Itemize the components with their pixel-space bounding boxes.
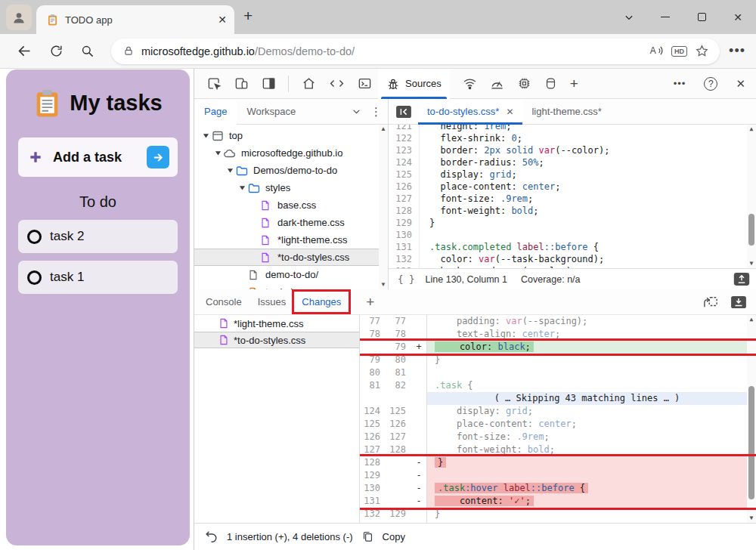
hide-navigator-icon[interactable] — [395, 105, 412, 119]
network-panel-icon[interactable] — [463, 76, 477, 91]
tree-item-light-theme.css[interactable]: *light-theme.css — [194, 231, 388, 249]
new-tab-button[interactable]: + — [243, 7, 253, 25]
diff-sign — [411, 431, 426, 443]
tree-item-to-do.js[interactable]: to-do.js — [194, 283, 388, 289]
tree-item-styles[interactable]: styles — [194, 179, 388, 196]
address-bar[interactable]: microsoftedge.github.io/Demos/demo-to-do… — [111, 39, 720, 64]
tree-item-demo-to-do[interactable]: demo-to-do/ — [194, 266, 388, 283]
old-line-number: 125 — [360, 418, 386, 431]
code-editor[interactable]: 121 height: 1rem;122 flex-shrink: 0;123 … — [389, 125, 756, 268]
console-panel-icon[interactable] — [358, 76, 372, 91]
diff-sign: - — [411, 456, 426, 469]
read-aloud-icon[interactable]: A — [649, 44, 664, 58]
expander-triangle-icon[interactable] — [237, 184, 248, 191]
tab-console[interactable]: Console — [206, 296, 242, 307]
favorites-star-icon[interactable] — [695, 44, 709, 58]
task-checkbox[interactable] — [27, 270, 42, 285]
inspect-element-icon[interactable] — [207, 76, 222, 91]
add-task-input[interactable]: Add a task — [18, 138, 178, 177]
device-emulation-icon[interactable] — [234, 76, 249, 91]
elements-panel-icon[interactable] — [329, 76, 345, 91]
tree-item-dark-theme.css[interactable]: dark-theme.css — [194, 214, 388, 231]
tree-item-base.css[interactable]: base.css — [194, 196, 388, 214]
diff-line-content: font-weight: bold; — [426, 443, 747, 456]
submit-task-button[interactable] — [147, 146, 169, 168]
tree-item-to-do-styles.css[interactable]: *to-do-styles.css — [194, 249, 388, 266]
copy-icon[interactable] — [361, 530, 374, 543]
navigator-menu-icon[interactable]: ⋮ — [370, 105, 382, 119]
window-controls: ✕ — [611, 0, 756, 34]
tree-item-Demosdemo-to-do[interactable]: Demos/demo-to-do — [194, 162, 388, 179]
welcome-home-icon[interactable] — [302, 76, 316, 91]
tree-item-microsoftedge.github.io[interactable]: microsoftedge.github.io — [194, 144, 388, 162]
expander-triangle-icon[interactable] — [200, 132, 212, 139]
refresh-button[interactable] — [49, 44, 64, 58]
code-line: 122 flex-shrink: 0; — [389, 132, 756, 144]
help-icon[interactable]: ? — [704, 77, 717, 91]
changed-file-light-theme.css[interactable]: *light-theme.css — [194, 315, 359, 332]
editor-tab-light-theme[interactable]: light-theme.css* — [522, 99, 610, 125]
tree-scrollbar[interactable]: ▲▼ — [379, 125, 388, 289]
copy-button[interactable]: Copy — [383, 531, 405, 542]
tab-close-icon[interactable]: ✕ — [218, 14, 227, 26]
line-number: 132 — [389, 253, 419, 265]
expander-triangle-icon[interactable] — [225, 167, 236, 174]
close-window-button[interactable]: ✕ — [720, 0, 756, 34]
new-line-number: 81 — [386, 366, 411, 379]
tab-page[interactable]: Page — [194, 99, 237, 125]
browser-menu-icon[interactable]: ••• — [729, 43, 745, 59]
tab-workspace[interactable]: Workspace — [237, 99, 305, 125]
application-panel-icon[interactable] — [544, 76, 557, 91]
editor-tab-to-do-styles[interactable]: to-do-styles.css* ✕ — [418, 99, 522, 125]
add-drawer-tab-icon[interactable]: + — [366, 294, 374, 311]
diff-line-content: text-align: center; — [426, 328, 747, 341]
editor-scrollbar[interactable]: ▲▼ — [747, 125, 756, 268]
search-icon[interactable] — [80, 44, 94, 58]
tree-item-top[interactable]: top — [194, 127, 388, 144]
task-checkbox[interactable] — [27, 230, 42, 244]
revert-all-icon[interactable] — [204, 530, 218, 544]
task-item[interactable]: task 1 — [18, 261, 178, 294]
line-number: 125 — [389, 168, 419, 181]
pretty-print-icon[interactable]: { } — [398, 273, 415, 285]
devtools-close-icon[interactable]: ✕ — [736, 77, 745, 91]
tab-changes[interactable]: Changes — [302, 296, 341, 307]
back-button[interactable] — [17, 43, 33, 59]
new-line-number: 77 — [386, 315, 411, 328]
frame-icon — [212, 130, 225, 142]
diff-line-content: } — [426, 456, 747, 469]
more-tabs-chevron-icon[interactable] — [352, 107, 361, 116]
close-editor-tab-icon[interactable]: ✕ — [506, 107, 513, 117]
move-to-top-icon[interactable] — [733, 273, 750, 286]
new-line-number — [386, 456, 411, 469]
changed-code-chip: } — [435, 457, 446, 468]
navigator-tabs: Page Workspace ⋮ — [194, 99, 388, 125]
tab-issues[interactable]: Issues — [258, 296, 287, 307]
maximize-button[interactable] — [683, 0, 720, 34]
line-content: border-radius: 50%; — [419, 156, 747, 168]
expander-triangle-icon[interactable] — [212, 150, 224, 156]
line-content: font-weight: bold; — [419, 205, 747, 217]
new-line-number: 127 — [386, 431, 411, 443]
diff-line-content: } — [426, 354, 747, 366]
more-tools-plus-icon[interactable]: + — [570, 76, 578, 92]
css-icon — [260, 234, 273, 246]
dock-drawer-icon[interactable] — [730, 295, 747, 309]
tab-sources[interactable]: Sources — [378, 69, 450, 99]
memory-panel-icon[interactable] — [517, 76, 531, 91]
diff-line-content: .task { — [426, 379, 747, 392]
line-content: height: 1rem; — [419, 125, 747, 132]
minimize-button[interactable] — [647, 0, 683, 34]
hd-badge[interactable]: HD — [671, 46, 687, 57]
tree-item-label: styles — [265, 182, 290, 193]
performance-panel-icon[interactable] — [490, 76, 504, 91]
browser-tab[interactable]: TODO app ✕ — [36, 5, 234, 34]
profile-button[interactable] — [6, 5, 32, 30]
diff-sign — [411, 366, 426, 379]
changed-file-to-do-styles.css[interactable]: *to-do-styles.css — [194, 332, 359, 348]
tab-actions-chevron-icon[interactable] — [611, 0, 647, 34]
devtools-menu-icon[interactable]: ••• — [674, 78, 686, 89]
dock-side-icon[interactable] — [262, 76, 276, 91]
revert-changes-icon[interactable] — [702, 295, 719, 309]
task-item[interactable]: task 2 — [18, 220, 178, 253]
